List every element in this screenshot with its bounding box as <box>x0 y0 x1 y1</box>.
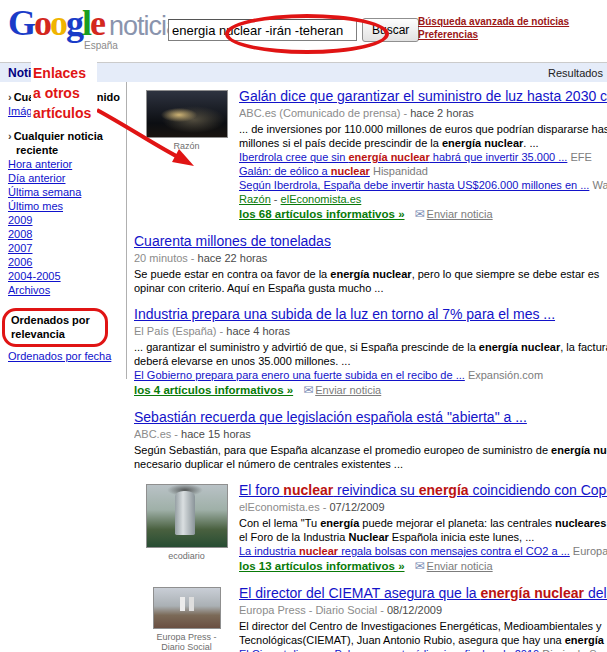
text-segment: habrá que invertir 35.000 ... <box>430 151 568 163</box>
thumbnail-caption: Razón <box>134 141 239 151</box>
article-thumbnail[interactable] <box>153 587 221 629</box>
highlighted-query-term: energía nuclear <box>330 268 411 280</box>
text-segment: regala bolsas con mensajes contra el CO2… <box>338 545 570 557</box>
text-segment: El foro <box>239 482 283 498</box>
sidebar-link-archivos[interactable]: Archivos <box>8 283 122 297</box>
article-thumbnail-block: Razón <box>134 88 239 151</box>
article-source: ABC.es (Comunicado de prensa) <box>239 107 400 119</box>
highlighted-query-term: energía nuclear <box>479 341 560 353</box>
text-segment: Sebastián recuerda que legislación españ… <box>134 409 527 425</box>
highlighted-query-term: nuclear <box>283 482 333 498</box>
snippet-line: Con el lema "Tu energía puede mejorar el… <box>239 516 607 530</box>
article-body: Sebastián recuerda que legislación españ… <box>134 409 607 471</box>
related-article-source: Expansión.com <box>465 369 543 381</box>
related-article-source: Hispanidad <box>370 165 428 177</box>
article-source: ABC.es <box>134 428 171 440</box>
text-segment: Iberdrola cree que sin <box>239 151 348 163</box>
related-article-link[interactable]: Iberdrola cree que sin energía nuclear h… <box>239 151 567 163</box>
article-title-link[interactable]: El director del CIEMAT asegura que la en… <box>239 585 607 601</box>
text-segment: el Foro de la Industria <box>239 531 348 543</box>
article-title-link[interactable]: Sebastián recuerda que legislación españ… <box>134 409 527 425</box>
sort-by-relevance-label: Ordenados por relevancia <box>11 313 102 341</box>
advanced-news-search-link[interactable]: Búsqueda avanzada de noticias <box>418 15 569 28</box>
sidebar-link-2004-2005[interactable]: 2004-2005 <box>8 269 122 283</box>
thumbnail-caption: ecodiario <box>134 551 239 561</box>
article-source: Europa Press - Diario Social <box>239 604 377 616</box>
related-article-link[interactable]: Según Iberdrola, España debe invertir ha… <box>239 179 589 191</box>
highlighted-query-term: energía <box>320 517 359 529</box>
all-articles-link[interactable]: los 13 artículos informativos » <box>239 560 405 572</box>
snippet-line: deberá elevarse en unos 35.000 millones.… <box>134 354 607 368</box>
snippet-line: ... garantizar el suministro y advirtió … <box>134 340 607 354</box>
highlighted-query-term: energía nuc <box>551 444 607 456</box>
more-sources-line: Razón - elEconomista.es <box>239 192 607 206</box>
article-source: elEconomista.es <box>239 501 320 513</box>
sidebar-link-ultima-semana[interactable]: Última semana <box>8 185 122 199</box>
send-story-link[interactable]: Enviar noticia <box>315 384 381 396</box>
text-segment: ... de inversiones por 110.000 millones … <box>239 123 607 135</box>
snippet-line: el Foro de la Industria Nuclear Española… <box>239 530 607 544</box>
article-thumbnail[interactable] <box>146 484 228 548</box>
logo-letter: o <box>50 3 66 43</box>
byline-separator: - <box>377 604 387 616</box>
more-source-link[interactable]: elEconomista.es <box>281 193 362 205</box>
preferences-link[interactable]: Preferencias <box>418 28 569 41</box>
article-byline: ABC.es (Comunicado de prensa) - hace 2 h… <box>239 107 607 120</box>
source-separator: - <box>271 193 281 205</box>
logo-region-label: España <box>84 40 118 51</box>
sidebar-link-ultimo-mes[interactable]: Último mes <box>8 199 122 213</box>
sidebar-link-2009[interactable]: 2009 <box>8 213 122 227</box>
google-logo: Google <box>8 3 104 43</box>
sidebar-link-2008[interactable]: 2008 <box>8 227 122 241</box>
text-segment: Española inicia este lunes, ... <box>389 531 535 543</box>
article-source: 20 minutos <box>134 252 188 264</box>
send-story-link[interactable]: Enviar noticia <box>427 560 493 572</box>
text-segment: deberá elevarse en unos 35.000 millones.… <box>134 355 350 367</box>
text-segment: Tecnológicas(CIEMAT), Juan Antonio Rubio… <box>239 634 565 646</box>
article-source: El País (España) <box>134 325 217 337</box>
sidebar-link-2007[interactable]: 2007 <box>8 241 122 255</box>
related-article-link[interactable]: La industria nuclear regala bolsas con m… <box>239 545 570 557</box>
article-thumbnail-block: ecodiario <box>134 482 239 561</box>
chevron-right-icon: › <box>8 91 12 103</box>
sidebar-link-hora-anterior[interactable]: Hora anterior <box>8 157 122 171</box>
search-input[interactable] <box>168 19 357 41</box>
article-title-link[interactable]: Industria prepara una subida de la luz e… <box>134 306 555 322</box>
text-segment: puede mejorar el planeta: las centrales <box>359 517 555 529</box>
search-button[interactable]: Buscar <box>362 18 419 42</box>
sidebar-link-2006[interactable]: 2006 <box>8 255 122 269</box>
article-title: El director del CIEMAT asegura que la en… <box>239 585 607 603</box>
related-article-line: Galán: de eólico a nuclear Hispanidad <box>239 164 607 178</box>
highlighted-query-term: Nuclear <box>348 531 388 543</box>
article-title-link[interactable]: Galán dice que garantizar el suministro … <box>239 88 607 104</box>
related-article-link[interactable]: El Ciemat dice que Palomares estará limp… <box>239 648 539 652</box>
envelope-icon: ✉ <box>303 383 313 397</box>
related-article-link[interactable]: Galán: de eólico a nuclear <box>239 165 370 177</box>
snippet-line: necesario duplicar el número de centrale… <box>134 457 607 471</box>
more-source-link[interactable]: Razón <box>239 193 271 205</box>
sort-by-date-link[interactable]: Ordenados por fecha <box>8 349 122 363</box>
article-title: Industria prepara una subida de la luz e… <box>134 306 607 324</box>
article-title: Cuarenta millones de toneladas <box>134 233 607 251</box>
snippet-line: ... de inversiones por 110.000 millones … <box>239 122 607 136</box>
article-title-link[interactable]: El foro nuclear reivindica su energía co… <box>239 482 607 498</box>
article-date: hace 15 horas <box>181 428 251 440</box>
related-article-link[interactable]: El Gobierno prepara para enero una fuert… <box>134 369 465 381</box>
text-segment: coincidiendo con Copenhague <box>469 482 607 498</box>
envelope-icon: ✉ <box>415 207 425 221</box>
highlighted-query-term: energía nuclear <box>481 585 585 601</box>
article-footer: los 68 artículos informativos »✉Enviar n… <box>239 207 607 222</box>
thumbnail-caption-line: ecodiario <box>134 551 239 561</box>
send-story-link[interactable]: Enviar noticia <box>427 208 493 220</box>
text-segment: Galán: de eólico a <box>239 165 331 177</box>
sidebar-link-dia-anterior[interactable]: Día anterior <box>8 171 122 185</box>
byline-separator: - <box>188 252 198 264</box>
snippet-line: millones si el país decide prescindir de… <box>239 136 607 150</box>
all-articles-link[interactable]: los 4 artículos informativos » <box>134 384 293 396</box>
article-thumbnail[interactable] <box>146 90 228 138</box>
article-title-link[interactable]: Cuarenta millones de toneladas <box>134 233 331 249</box>
article-byline: 20 minutos - hace 22 horas <box>134 252 607 265</box>
all-articles-link[interactable]: los 68 artículos informativos » <box>239 208 405 220</box>
related-article-source: EFE <box>567 151 591 163</box>
article-title: El foro nuclear reivindica su energía co… <box>239 482 607 500</box>
